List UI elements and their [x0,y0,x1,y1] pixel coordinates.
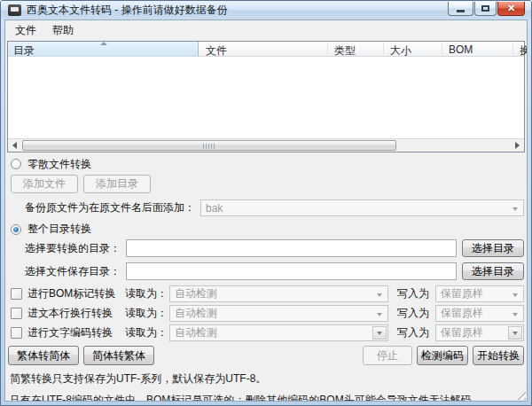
app-icon [8,4,21,16]
column-label-linebreak[interactable]: 换 [520,43,528,59]
scrollbar-thumb[interactable] [22,140,396,151]
file-list: 目录 文件 类型 大小 BOM 换 [7,41,525,152]
encoding-conversion-label: 进行文字编码转换 [27,325,125,340]
column-separator [512,43,513,54]
menu-help[interactable]: 帮助 [44,20,82,41]
column-label-file[interactable]: 文件 [206,43,227,59]
scroll-right-button[interactable] [511,139,524,152]
arrow-right-icon [515,142,520,149]
column-label-bom[interactable]: BOM [449,43,473,56]
target-directory-label: 选择文件保存目录： [25,264,121,279]
close-button[interactable]: ✕ [497,2,525,16]
chevron-down-icon [377,332,382,335]
maximize-button[interactable] [474,2,497,16]
encoding-write-combobox[interactable]: 保留原样 [435,324,524,341]
caption-buttons: ✕ [448,2,525,16]
add-file-button[interactable]: 添加文件 [11,175,78,193]
window-title: 西奥文本文件转码 - 操作前请做好数据备份 [27,3,228,18]
add-directory-button[interactable]: 添加目录 [83,175,151,193]
checkbox-linebreak-conversion[interactable] [11,308,22,319]
chevron-down-icon [512,293,518,297]
file-list-header: 目录 文件 类型 大小 BOM 换 [8,42,524,57]
radio-scattered-files[interactable] [11,159,21,169]
source-directory-label: 选择要转换的目录： [25,241,121,256]
column-separator [327,43,328,54]
read-as-label: 读取为： [125,286,169,301]
client-area: 文件 帮助 目录 文件 类型 大小 BOM 换 [4,20,528,402]
bom-read-combobox[interactable]: 自动检测 [169,285,388,302]
target-directory-input[interactable] [126,262,457,280]
bom-read-value: 自动检测 [175,286,217,301]
arrow-left-icon [12,142,17,149]
start-convert-button[interactable]: 开始转换 [473,346,524,365]
chevron-down-icon [512,332,518,335]
read-as-label: 读取为： [125,306,169,321]
linebreak-read-combobox[interactable]: 自动检测 [169,305,388,322]
column-label-type[interactable]: 类型 [334,43,356,59]
backup-suffix-combobox[interactable]: bak [200,199,524,216]
menubar: 文件 帮助 [5,20,527,41]
radio-whole-directory[interactable] [11,224,21,235]
bom-write-value: 保留原样 [441,286,483,301]
linebreak-write-value: 保留原样 [441,306,483,321]
chevron-down-icon [512,207,518,211]
dropdown-button[interactable] [508,326,522,340]
radio-scattered-files-label: 零散文件转换 [27,157,91,172]
app-window: 西奥文本文件转码 - 操作前请做好数据备份 ✕ 文件 帮助 目录 [0,0,532,406]
linebreak-read-value: 自动检测 [175,306,217,321]
note-utf-series: 简繁转换只支持保存为UTF-系列，默认保存为UTF-8。 [8,371,524,386]
column-label-directory[interactable]: 目录 [13,43,35,59]
bom-conversion-label: 进行BOM标记转换 [27,286,125,301]
linebreak-conversion-label: 进文本行换行转换 [27,306,125,321]
choose-target-directory-button[interactable]: 选择目录 [462,262,524,280]
write-as-label: 写入为 [397,286,429,301]
column-separator [442,43,442,54]
linebreak-write-combobox[interactable]: 保留原样 [435,305,524,322]
encoding-write-value: 保留原样 [441,325,483,340]
choose-source-directory-button[interactable]: 选择目录 [462,239,524,257]
encoding-read-value: 自动检测 [175,325,217,340]
traditional-to-simplified-button[interactable]: 繁体转简体 [8,346,79,365]
backup-suffix-value: bak [206,202,223,215]
titlebar[interactable]: 西奥文本文件转码 - 操作前请做好数据备份 ✕ [1,1,531,20]
dropdown-button[interactable] [372,326,387,340]
source-directory-input[interactable] [126,239,457,257]
write-as-label: 写入为 [397,306,429,321]
checkbox-bom-conversion[interactable] [11,288,22,300]
menu-file[interactable]: 文件 [7,20,44,41]
stop-button[interactable]: 停止 [363,346,412,365]
backup-suffix-label: 备份原文件为在原文件名后面添加： [25,200,195,215]
column-separator [383,43,384,54]
chevron-down-icon [512,313,518,316]
minimize-button[interactable] [448,2,473,16]
chevron-down-icon [377,293,382,297]
detect-encoding-button[interactable]: 检测编码 [417,346,468,365]
scroll-left-button[interactable] [8,139,21,152]
read-as-label: 读取为： [125,325,169,340]
radio-whole-directory-label: 整个目录转换 [27,222,91,237]
bom-write-combobox[interactable]: 保留原样 [435,285,524,302]
note-bom-warning: 只有在UTF-8编码的文件中，BOM标记是可选的；删除其他编码的BOM头可能会导… [8,393,524,402]
file-list-body[interactable] [8,57,524,138]
chevron-down-icon [377,313,382,316]
sort-asc-icon [100,42,107,45]
horizontal-scrollbar[interactable] [8,138,524,152]
write-as-label: 写入为 [397,325,429,340]
minimize-icon [457,10,465,12]
maximize-icon [481,5,489,12]
simplified-to-traditional-button[interactable]: 简体转繁体 [83,346,154,365]
column-label-size[interactable]: 大小 [390,43,411,59]
encoding-read-combobox[interactable]: 自动检测 [169,324,388,341]
close-icon: ✕ [507,4,515,13]
checkbox-encoding-conversion[interactable] [11,327,22,339]
